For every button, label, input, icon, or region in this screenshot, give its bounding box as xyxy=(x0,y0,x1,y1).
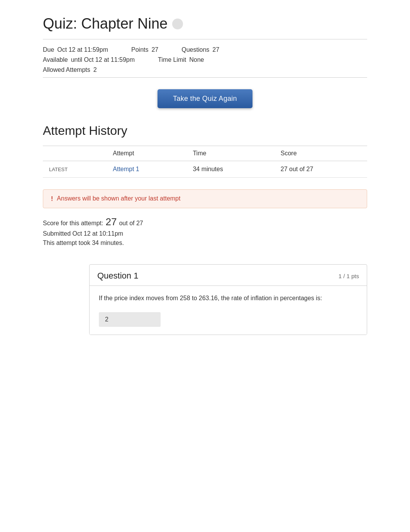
quiz-meta-section: Due Oct 12 at 11:59pm Points 27 Question… xyxy=(43,46,367,73)
col-badge xyxy=(43,146,107,161)
submitted-label: Submitted Oct 12 at 10:11pm xyxy=(43,230,123,237)
questions-cell: Questions 27 xyxy=(181,46,219,53)
meta-row-2: Available until Oct 12 at 11:59pm Time L… xyxy=(43,56,367,63)
time-limit-label: Time Limit xyxy=(158,56,186,63)
points-cell: Points 27 xyxy=(131,46,158,53)
col-attempt: Attempt xyxy=(107,146,186,161)
table-header-row: Attempt Time Score xyxy=(43,146,367,161)
score-label: Score for this attempt: xyxy=(43,220,103,227)
due-cell: Due Oct 12 at 11:59pm xyxy=(43,46,108,53)
col-score: Score xyxy=(274,146,367,161)
points-label: Points xyxy=(131,46,148,53)
score-suffix: out of 27 xyxy=(119,220,143,227)
question-header: Question 1 1 / 1 pts xyxy=(90,265,367,286)
meta-row-3: Allowed Attempts 2 xyxy=(43,66,367,73)
meta-row-1: Due Oct 12 at 11:59pm Points 27 Question… xyxy=(43,46,367,53)
take-quiz-container: Take the Quiz Again xyxy=(43,89,367,108)
attempt-score: 27 out of 27 xyxy=(274,161,367,178)
score-line: Score for this attempt: 27 out of 27 xyxy=(43,216,367,228)
question-body: If the price index moves from 258 to 263… xyxy=(90,286,367,335)
duration-line: This attempt took 34 minutes. xyxy=(43,240,367,246)
col-time: Time xyxy=(186,146,274,161)
document-icon xyxy=(172,19,183,29)
attempt-history-table: Attempt Time Score LATEST Attempt 1 34 m… xyxy=(43,146,367,178)
available-label: Available xyxy=(43,56,68,63)
attempt-time: 34 minutes xyxy=(186,161,274,178)
attempt-history-section: Attempt History Attempt Time Score LATES… xyxy=(43,124,367,178)
answer-box: 2 xyxy=(99,312,161,327)
duration-label: This attempt took 34 minutes. xyxy=(43,240,124,246)
submitted-line: Submitted Oct 12 at 10:11pm xyxy=(43,230,367,237)
question-title: Question 1 xyxy=(97,271,138,281)
question-1-card: Question 1 1 / 1 pts If the price index … xyxy=(89,264,367,335)
due-value: Oct 12 at 11:59pm xyxy=(57,46,108,53)
attempt-1-link[interactable]: Attempt 1 xyxy=(113,166,139,172)
time-limit-cell: Time Limit None xyxy=(158,56,204,63)
score-number: 27 xyxy=(106,216,117,228)
notice-text: Answers will be shown after your last at… xyxy=(57,195,180,202)
questions-value: 27 xyxy=(212,46,219,53)
notice-box: ! Answers will be shown after your last … xyxy=(43,189,367,208)
questions-label: Questions xyxy=(181,46,209,53)
question-pts: 1 / 1 pts xyxy=(339,273,359,279)
notice-icon: ! xyxy=(51,195,53,202)
title-divider xyxy=(43,39,367,39)
take-quiz-again-button[interactable]: Take the Quiz Again xyxy=(158,89,252,108)
attempt-history-title: Attempt History xyxy=(43,124,367,138)
attempt-details-section: Score for this attempt: 27 out of 27 Sub… xyxy=(43,216,367,257)
allowed-attempts-label: Allowed Attempts xyxy=(43,66,90,73)
meta-divider xyxy=(43,77,367,78)
latest-badge: LATEST xyxy=(43,161,107,178)
time-limit-value: None xyxy=(189,56,204,63)
table-row: LATEST Attempt 1 34 minutes 27 out of 27 xyxy=(43,161,367,178)
page-title: Quiz: Chapter Nine xyxy=(43,15,168,32)
due-label: Due xyxy=(43,46,54,53)
attempt-link-cell: Attempt 1 xyxy=(107,161,186,178)
allowed-attempts-value: 2 xyxy=(93,66,97,73)
available-cell: Available until Oct 12 at 11:59pm xyxy=(43,56,135,63)
points-value: 27 xyxy=(151,46,158,53)
question-text: If the price index moves from 258 to 263… xyxy=(99,294,357,303)
available-value: until Oct 12 at 11:59pm xyxy=(71,56,135,63)
allowed-attempts-cell: Allowed Attempts 2 xyxy=(43,66,97,73)
quiz-title-row: Quiz: Chapter Nine xyxy=(43,15,367,32)
